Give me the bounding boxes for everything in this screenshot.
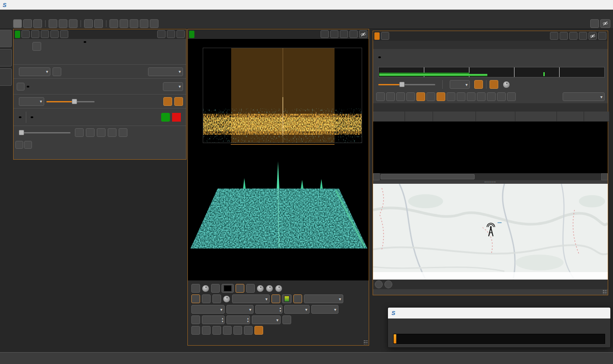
- spectrum-plot[interactable]: [203, 48, 362, 143]
- scroll-left-icon[interactable]: [373, 173, 380, 180]
- averaging-value-select[interactable]: [311, 305, 338, 314]
- col-airline[interactable]: [515, 112, 557, 121]
- autoscale-button[interactable]: [191, 315, 200, 324]
- spectrum-s-button[interactable]: [474, 80, 483, 89]
- decimation-select[interactable]: [163, 82, 183, 91]
- show-spectrum-button[interactable]: [15, 141, 23, 149]
- device-change-button[interactable]: [31, 30, 39, 38]
- sample-rate-dial[interactable]: [27, 86, 29, 88]
- table-hscrollbar[interactable]: [373, 173, 608, 180]
- atc-button[interactable]: [437, 92, 445, 101]
- device-export-button[interactable]: [167, 30, 175, 38]
- colorbar-button[interactable]: [282, 294, 292, 303]
- waterfall-toggle-button[interactable]: [271, 294, 280, 303]
- max-hold-button[interactable]: [191, 294, 200, 303]
- col-atc-callsign[interactable]: [433, 112, 476, 121]
- frequency-dial[interactable]: [84, 41, 86, 43]
- threshold-knob[interactable]: [503, 81, 510, 88]
- gain-slider[interactable]: [46, 98, 95, 105]
- demod-sr-select[interactable]: [450, 80, 470, 89]
- stack-all-button[interactable]: [590, 19, 599, 28]
- transmit-active-icon[interactable]: [161, 113, 170, 122]
- adsb-panel-header[interactable]: [373, 31, 608, 41]
- dc-correction-button[interactable]: [163, 97, 172, 106]
- gain-mode-select[interactable]: [19, 97, 44, 106]
- channel-export-button[interactable]: [560, 32, 568, 40]
- home-map-label[interactable]: [497, 222, 502, 223]
- feature-presets-button[interactable]: [94, 19, 103, 28]
- col-callsign[interactable]: [405, 112, 433, 121]
- websocket-button[interactable]: [212, 326, 221, 335]
- channel-settings-button[interactable]: [381, 32, 389, 40]
- lo-dial[interactable]: [31, 116, 33, 118]
- tile-windows-button[interactable]: [120, 19, 128, 28]
- adsb-table-body[interactable]: [373, 122, 608, 173]
- col-icao-id[interactable]: [373, 112, 405, 121]
- background-color-button[interactable]: [222, 284, 234, 293]
- spectrum-export-button[interactable]: [330, 30, 338, 38]
- clear-spectrum-button[interactable]: [211, 284, 220, 293]
- scroll-right-icon[interactable]: [601, 173, 608, 180]
- antenna-select[interactable]: [19, 67, 50, 76]
- replay-save-button[interactable]: [119, 128, 127, 137]
- trace-style-button[interactable]: [212, 294, 221, 303]
- spectrum-plot-area[interactable]: [188, 39, 369, 145]
- flight-paths-button[interactable]: [426, 92, 435, 101]
- resize-grip[interactable]: [602, 290, 607, 294]
- stats-button[interactable]: [447, 92, 455, 101]
- colormap-select[interactable]: [232, 294, 270, 303]
- channel-hide-button[interactable]: [588, 32, 597, 40]
- tabbed-windows-button[interactable]: [140, 19, 148, 28]
- airports-button[interactable]: [386, 92, 395, 101]
- histogram-toggle-button[interactable]: [236, 284, 244, 293]
- grid-intensity-knob[interactable]: [202, 285, 209, 292]
- welcome-star-button[interactable]: [23, 19, 32, 28]
- current-trace-button[interactable]: [202, 294, 211, 303]
- device-channels-button[interactable]: [60, 30, 68, 38]
- chart-button[interactable]: [416, 92, 425, 101]
- workspace-tab-w0[interactable]: [0, 30, 12, 47]
- device-panel-header[interactable]: [14, 29, 186, 39]
- scroll-thumb[interactable]: [380, 174, 475, 179]
- workspace-tab-w1[interactable]: [0, 49, 12, 66]
- col-gs[interactable]: [584, 112, 609, 121]
- am-demod-select[interactable]: [563, 92, 605, 101]
- hide-all-button[interactable]: [600, 19, 610, 28]
- freeze-button[interactable]: [191, 326, 200, 335]
- log-scale-button[interactable]: [282, 315, 291, 324]
- fft-window-select[interactable]: [191, 305, 225, 314]
- iq-correction-button[interactable]: [174, 97, 183, 106]
- clock-select[interactable]: [148, 67, 183, 76]
- bw-slider[interactable]: [378, 81, 435, 88]
- stop-all-devices-button[interactable]: [33, 19, 42, 28]
- atc-audio-button[interactable]: [467, 92, 476, 101]
- normal-windows-button[interactable]: [150, 19, 159, 28]
- decay-divisor-knob[interactable]: [266, 285, 273, 292]
- device-close-button[interactable]: [176, 30, 185, 38]
- sample-rate-label[interactable]: [17, 83, 25, 91]
- measurements-menu-button[interactable]: [254, 326, 263, 335]
- gradient-toggle-button[interactable]: [246, 284, 255, 293]
- fft-offset-spin[interactable]: [255, 305, 282, 314]
- range-spin[interactable]: [226, 315, 250, 324]
- stroke-knob[interactable]: [275, 285, 282, 292]
- replay-loop-button[interactable]: [108, 128, 116, 137]
- channel-maximize-button[interactable]: [579, 32, 587, 40]
- log-save-button[interactable]: [487, 92, 496, 101]
- fp-button[interactable]: [490, 80, 498, 89]
- spectrum-hide-button[interactable]: [359, 30, 367, 38]
- waterfall-3d-view[interactable]: [188, 145, 369, 280]
- log-open-button[interactable]: [497, 92, 506, 101]
- lpf-dial[interactable]: [19, 116, 21, 118]
- workspace-tab-w2[interactable]: [0, 68, 12, 86]
- airspaces-button[interactable]: [396, 92, 405, 101]
- delta-f-dial[interactable]: [378, 56, 381, 58]
- beast-feed-button[interactable]: [457, 92, 465, 101]
- spectrum-shrink-button[interactable]: [340, 30, 348, 38]
- decay-knob[interactable]: [257, 285, 264, 292]
- device-preset-button[interactable]: [50, 30, 59, 38]
- save-spectrum-button[interactable]: [202, 326, 211, 335]
- grid-toggle-button[interactable]: [191, 284, 200, 293]
- 3d-spectrogram-button[interactable]: [293, 294, 302, 303]
- col-country[interactable]: [557, 112, 584, 121]
